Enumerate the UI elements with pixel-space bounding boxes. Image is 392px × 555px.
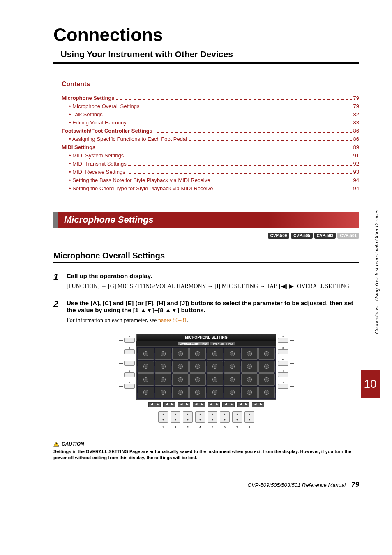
screenshot-side-button: [124, 384, 135, 389]
toc-entry[interactable]: • MIDI Transmit Settings92: [62, 161, 359, 167]
screenshot-knob: [241, 348, 258, 360]
screenshot-knob: [138, 361, 154, 373]
model-chip: CVP-509: [268, 233, 290, 239]
screenshot-button-number: 3: [183, 426, 193, 429]
toc-dots: [212, 182, 351, 182]
screenshot-tabs: OVERALL SETTING TALK SETTING: [136, 341, 276, 346]
screenshot-knob: [189, 348, 206, 360]
step-title: Use the [A], [C] and [E] (or [F], [H] an…: [67, 299, 359, 313]
toc-dots: [128, 124, 352, 124]
step-2: 2 Use the [A], [C] and [E] (or [F], [H] …: [53, 299, 359, 325]
toc-entry[interactable]: • MIDI Receive Settings93: [62, 169, 359, 175]
step-text: For information on each parameter, see p…: [67, 316, 359, 325]
screenshot-knob: [207, 373, 223, 386]
screenshot-knob: [155, 373, 171, 386]
contents-rule: [62, 90, 359, 90]
screenshot-title: MICROPHONE SETTING: [136, 334, 276, 341]
step-number: 2: [53, 299, 61, 325]
toc-dots: [154, 132, 352, 133]
step-text: [FUNCTION] → [G] MIC SETTING/VOCAL HARMO…: [67, 282, 359, 290]
screenshot-number-row: 12345678: [124, 426, 288, 429]
screenshot-updown-button: ▲▼: [232, 411, 242, 423]
screenshot-button-number: 7: [232, 426, 242, 429]
screenshot-arrow-button: ◀▶: [193, 402, 205, 407]
screenshot-knob: [207, 348, 223, 360]
screenshot-updown-button: ▲▼: [158, 411, 168, 423]
page-title: Connections: [53, 25, 359, 45]
screenshot-button-number: 2: [171, 426, 180, 429]
device-screenshot: ABCDE MICROPHONE SETTING OVERALL SETTING…: [53, 334, 359, 429]
screenshot-side-button: [124, 338, 135, 343]
step-text-pre: For information on each parameter, see: [67, 317, 158, 323]
screenshot-side-button: [278, 349, 288, 354]
toc-entry[interactable]: • Setting the Bass Note for Style Playba…: [62, 177, 359, 183]
screenshot-knob: [138, 373, 154, 386]
table-of-contents: Microphone Settings79• Microphone Overal…: [62, 95, 359, 191]
screenshot-knob: [241, 387, 258, 399]
screenshot-button-number: 1: [158, 426, 168, 429]
toc-dots: [141, 108, 351, 108]
title-rule: [53, 62, 359, 64]
screenshot-knob: [224, 373, 240, 386]
screenshot-updown-button: ▲▼: [171, 411, 180, 423]
toc-dots: [125, 157, 351, 157]
toc-label: Microphone Settings: [62, 95, 115, 101]
toc-label: • Microphone Overall Settings: [69, 103, 139, 109]
screenshot-knob: [172, 373, 189, 386]
subsection-heading: Microphone Overall Settings: [53, 251, 359, 260]
side-chapter-label: Connections – Using Your Instrument with…: [374, 205, 380, 334]
toc-dots: [97, 149, 351, 149]
screenshot-knob: [189, 361, 206, 373]
toc-page: 79: [353, 95, 359, 101]
screenshot-knob: [172, 387, 189, 399]
screenshot-knob: [224, 361, 240, 373]
screenshot-right-buttons: FGHIJ: [278, 334, 288, 389]
screenshot-bottom-buttons: ▲▼▲▼▲▼▲▼▲▼▲▼▲▼▲▼: [124, 408, 288, 426]
screenshot-side-button: [278, 361, 288, 366]
screenshot-knob: [258, 361, 275, 373]
screenshot-knob: [258, 373, 275, 386]
screenshot-panel: [136, 346, 276, 400]
page-subtitle: – Using Your Instrument with Other Devic…: [53, 49, 359, 59]
screenshot-arrow-button: ◀▶: [163, 402, 175, 407]
screenshot-knob: [189, 373, 206, 386]
model-chip: CVP-503: [314, 233, 336, 239]
toc-entry[interactable]: • Setting the Chord Type for Style Playb…: [62, 185, 359, 191]
toc-entry[interactable]: MIDI Settings89: [62, 144, 359, 150]
toc-page: 83: [353, 120, 359, 126]
toc-page: 89: [353, 144, 359, 150]
screenshot-side-button: [124, 361, 135, 366]
toc-page: 79: [353, 103, 359, 109]
toc-label: • MIDI Transmit Settings: [69, 161, 127, 167]
toc-entry[interactable]: • Assigning Specific Functions to Each F…: [62, 136, 359, 142]
screenshot-knob: [189, 387, 206, 399]
toc-entry[interactable]: • Talk Settings82: [62, 111, 359, 117]
toc-label: • Editing Vocal Harmony: [69, 120, 127, 126]
toc-page: 86: [353, 128, 359, 134]
screenshot-arrow-button: ◀▶: [148, 402, 161, 407]
toc-entry[interactable]: • Microphone Overall Settings79: [62, 103, 359, 109]
toc-entry[interactable]: • MIDI System Settings91: [62, 152, 359, 159]
screenshot-knob: [207, 387, 223, 399]
screenshot-knob: [172, 361, 189, 373]
step-1: 1 Call up the operation display. [FUNCTI…: [53, 272, 359, 290]
screenshot-tab-inactive: TALK SETTING: [210, 342, 235, 345]
screenshot-arrow-button: ◀▶: [237, 402, 249, 407]
screenshot-updown-button: ▲▼: [195, 411, 205, 423]
screenshot-side-button: [124, 349, 135, 354]
model-chips-row: CVP-509CVP-505CVP-503CVP-501: [53, 233, 359, 239]
screenshot-updown-button: ▲▼: [208, 411, 217, 423]
screenshot-updown-button: ▲▼: [244, 411, 254, 423]
screenshot-side-button: [124, 372, 135, 377]
toc-entry[interactable]: Microphone Settings79: [62, 95, 359, 101]
toc-label: • Setting the Bass Note for Style Playba…: [69, 177, 210, 183]
toc-entry[interactable]: Footswitch/Foot Controller Settings86: [62, 128, 359, 134]
step-title: Call up the operation display.: [67, 272, 359, 279]
page-reference-link[interactable]: pages 80–81: [158, 317, 187, 323]
screenshot-button-number: 8: [244, 426, 254, 429]
toc-label: • Talk Settings: [69, 111, 103, 117]
footer-page-number: 79: [351, 481, 359, 489]
page-footer: CVP-509/505/503/501 Reference Manual 79: [53, 478, 359, 489]
toc-entry[interactable]: • Editing Vocal Harmony83: [62, 120, 359, 126]
toc-dots: [189, 140, 351, 141]
